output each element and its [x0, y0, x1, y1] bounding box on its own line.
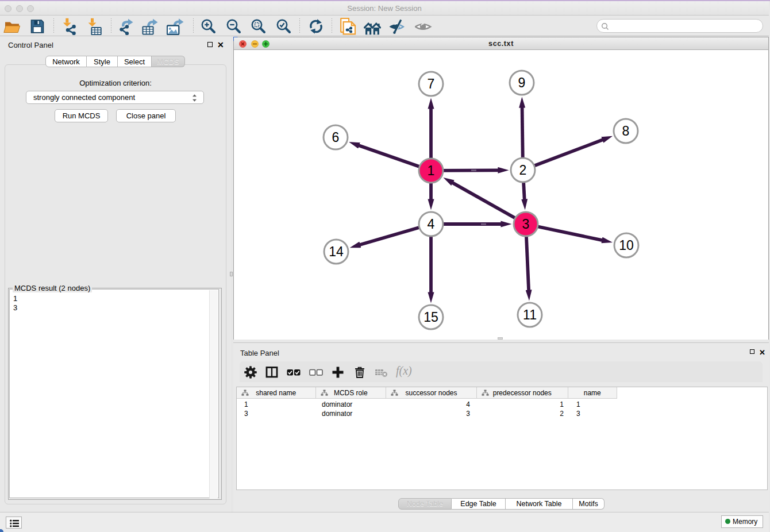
svg-text:11: 11 [523, 307, 537, 322]
svg-text:6: 6 [332, 130, 340, 145]
svg-text:3: 3 [522, 217, 530, 232]
svg-text:9: 9 [518, 75, 526, 90]
svg-text:15: 15 [424, 310, 438, 325]
svg-text:7: 7 [428, 76, 435, 91]
svg-text:10: 10 [619, 238, 634, 253]
svg-text:2: 2 [519, 163, 527, 178]
svg-text:4: 4 [428, 217, 435, 232]
svg-text:1: 1 [428, 163, 435, 178]
svg-text:14: 14 [329, 244, 344, 259]
svg-text:8: 8 [622, 124, 630, 138]
